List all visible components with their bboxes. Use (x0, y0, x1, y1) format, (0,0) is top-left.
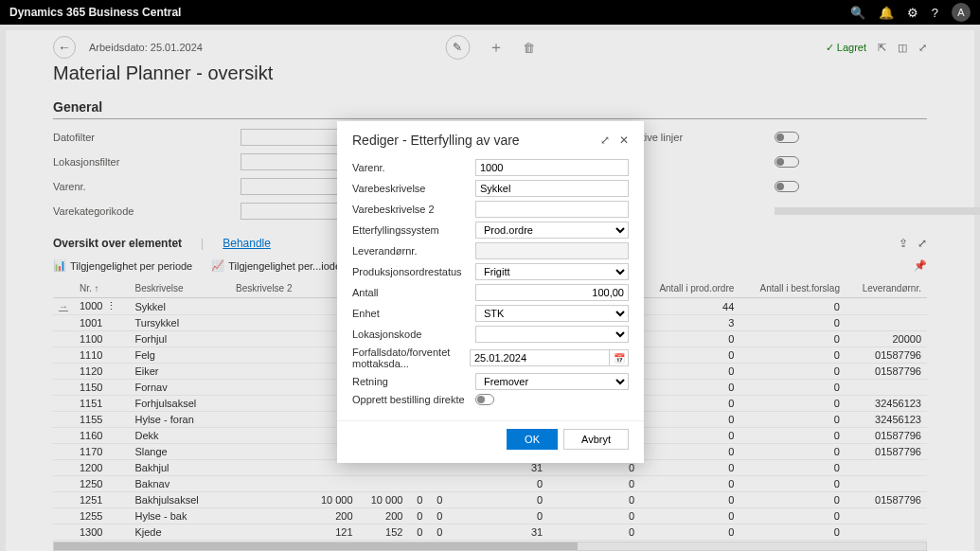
m-enhet-label: Enhet (352, 308, 475, 319)
ok-button[interactable]: OK (507, 429, 558, 450)
m-antall-label: Antall (352, 287, 475, 298)
m-etterfyll-label: Etterfyllingssystem (352, 224, 475, 236)
m-varebesk2-input[interactable] (475, 201, 629, 218)
m-prodstatus-label: Produksjonsordrestatus (352, 266, 475, 277)
m-varenr-label: Varenr. (352, 162, 475, 173)
m-opprett-toggle[interactable] (475, 394, 494, 405)
close-icon[interactable]: ✕ (619, 133, 629, 147)
m-lokasjon-select[interactable] (475, 326, 629, 343)
m-prodstatus-select[interactable]: Frigitt (475, 263, 629, 280)
expand-icon[interactable]: ⤢ (600, 133, 610, 147)
calendar-icon[interactable]: 📅 (610, 349, 629, 366)
m-enhet-select[interactable]: STK (475, 305, 629, 322)
modal-etterfylling: Rediger - Etterfylling av vare ⤢ ✕ Varen… (337, 121, 644, 463)
m-forfall-label: Forfallsdato/forventet mottaksda... (352, 347, 470, 369)
m-lokasjon-label: Lokasjonskode (352, 329, 475, 340)
m-varebesk2-label: Varebeskrivelse 2 (352, 204, 475, 215)
m-forfall-input[interactable] (470, 349, 610, 366)
m-retning-label: Retning (352, 376, 475, 387)
m-retning-select[interactable]: Fremover (475, 373, 629, 390)
m-varebesk-input[interactable] (475, 180, 629, 197)
m-varebesk-label: Varebeskrivelse (352, 183, 475, 194)
m-antall-input[interactable] (475, 284, 629, 301)
m-opprett-label: Opprett bestilling direkte (352, 394, 475, 405)
avbryt-button[interactable]: Avbryt (563, 429, 629, 450)
modal-title: Rediger - Etterfylling av vare (352, 133, 520, 148)
m-lev-input (475, 242, 629, 259)
m-varenr-input[interactable] (475, 159, 629, 176)
m-lev-label: Leverandørnr. (352, 245, 475, 257)
m-etterfyll-select[interactable]: Prod.ordre (475, 222, 629, 239)
